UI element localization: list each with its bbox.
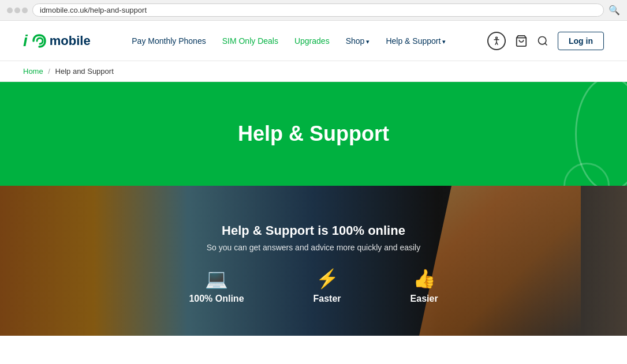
nav-upgrades[interactable]: Upgrades: [294, 36, 330, 46]
logo-i-letter: i: [23, 32, 28, 50]
feature-easier: 👍 Easier: [410, 269, 438, 304]
online-icon: 💻: [205, 269, 228, 288]
hero-banner: Help & Support: [0, 82, 627, 186]
browser-search-icon[interactable]: 🔍: [609, 5, 620, 16]
accessibility-icon[interactable]: [487, 32, 506, 50]
photo-section: Help & Support is 100% online So you can…: [0, 186, 627, 336]
nav-actions: Log in: [487, 32, 604, 50]
online-subtext: So you can get answers and advice more q…: [207, 243, 420, 252]
site-header: i mobile Pay Monthly Phones SIM Only Dea…: [0, 21, 627, 61]
feature-faster: ⚡ Faster: [314, 269, 341, 304]
breadcrumb-home[interactable]: Home: [23, 67, 43, 76]
faster-label: Faster: [314, 294, 341, 304]
easier-label: Easier: [410, 294, 438, 304]
easier-icon: 👍: [413, 269, 436, 288]
svg-point-0: [495, 37, 497, 39]
nav-shop[interactable]: Shop: [346, 36, 370, 46]
features-row: 💻 100% Online ⚡ Faster 👍 Easier: [189, 269, 438, 304]
faster-icon: ⚡: [316, 269, 339, 288]
address-input[interactable]: idmobile.co.uk/help-and-support: [32, 3, 604, 17]
logo[interactable]: i mobile: [23, 32, 91, 50]
feature-online: 💻 100% Online: [189, 269, 244, 304]
nav-pay-monthly[interactable]: Pay Monthly Phones: [132, 36, 206, 46]
phone-hand-overlay: [419, 186, 581, 336]
login-button[interactable]: Log in: [558, 32, 604, 50]
breadcrumb-separator: /: [48, 67, 50, 76]
photo-overlay-text: Help & Support is 100% online So you can…: [207, 223, 420, 252]
online-headline: Help & Support is 100% online: [207, 223, 420, 238]
cart-button[interactable]: [515, 35, 528, 47]
search-button[interactable]: [537, 35, 548, 47]
svg-point-2: [538, 36, 546, 44]
nav-help-support[interactable]: Help & Support: [386, 36, 446, 46]
main-nav: Pay Monthly Phones SIM Only Deals Upgrad…: [132, 36, 446, 46]
online-label: 100% Online: [189, 294, 244, 304]
browser-dots: [7, 7, 28, 13]
hero-title: Help & Support: [238, 122, 389, 146]
address-bar: idmobile.co.uk/help-and-support 🔍: [0, 0, 627, 21]
logo-text: mobile: [50, 33, 91, 48]
logo-swirl-icon: [29, 33, 47, 49]
nav-sim-only[interactable]: SIM Only Deals: [222, 36, 278, 46]
breadcrumb: Home / Help and Support: [0, 61, 627, 82]
breadcrumb-current: Help and Support: [55, 67, 114, 76]
